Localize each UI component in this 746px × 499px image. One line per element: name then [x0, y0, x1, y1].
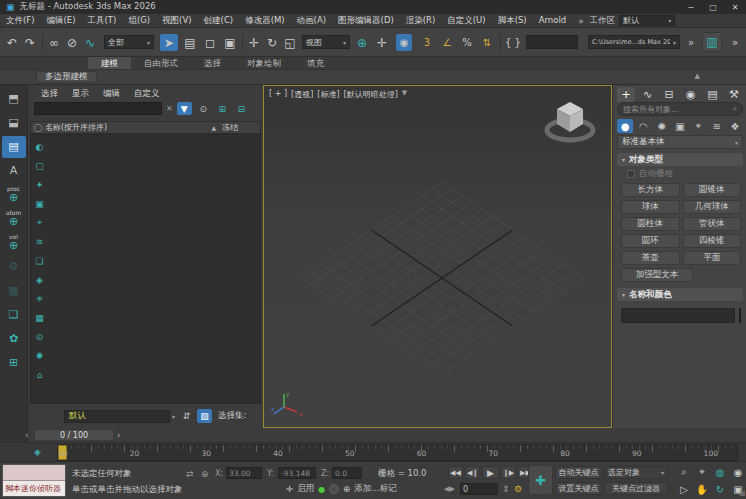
pan-icon[interactable]: ✋ — [694, 482, 710, 496]
current-frame-field[interactable] — [460, 483, 498, 495]
mini-listener-script-line[interactable]: 脚本迷你侦听器 — [3, 481, 65, 496]
select-object-button[interactable]: ➤ — [160, 34, 178, 51]
next-frame-icon[interactable]: › — [117, 430, 125, 440]
filter-funnel-button[interactable]: ▼ — [177, 102, 192, 115]
utilities-tab-icon[interactable]: ⚒ — [725, 87, 743, 102]
pin-icon[interactable]: ⊕ — [354, 34, 370, 51]
close-button[interactable]: ✕ — [724, 3, 746, 12]
geometry-category-icon[interactable]: ● — [617, 119, 633, 133]
previous-frame-button[interactable]: ◀❙ — [465, 466, 480, 479]
render-setup-button[interactable]: ▥ — [702, 32, 722, 52]
viewport-label-segment[interactable]: [标准] — [317, 89, 339, 100]
cameras-filter-icon[interactable]: ▣ — [32, 194, 47, 213]
primitive-type-dropdown[interactable]: 标准基本体 ▾ — [617, 135, 743, 149]
layer-explorer-toggle-icon[interactable]: ⬓ — [2, 112, 26, 134]
mini-listener-macro-line[interactable] — [3, 465, 65, 481]
materials-filter-icon[interactable]: ⊙ — [32, 327, 47, 346]
viewport-layout-icon[interactable]: ▤ — [2, 136, 26, 158]
helpers-filter-icon[interactable]: ⌖ — [32, 213, 47, 232]
render-overflow-icon[interactable]: » — [728, 34, 742, 51]
zoom-icon[interactable]: ⌕ — [676, 465, 692, 479]
disabled-tool-icon-1[interactable]: ⚙ — [2, 256, 26, 278]
xrefs-filter-icon[interactable]: ◈ — [32, 270, 47, 289]
ribbon-tab[interactable]: 对象绘制 — [234, 57, 294, 69]
key-settings-icon[interactable]: ⚙ — [514, 484, 522, 494]
explorer-search-input[interactable] — [34, 102, 162, 115]
shapes-category-icon[interactable]: ◠ — [635, 119, 651, 133]
ribbon-tab[interactable]: 填充 — [294, 57, 337, 69]
spacewarps-filter-icon[interactable]: ≋ — [32, 232, 47, 251]
viewport-label-segment[interactable]: [透视] — [291, 89, 313, 100]
pin-a-icon[interactable]: A — [2, 160, 26, 182]
explorer-menu-item[interactable]: 显示 — [65, 88, 96, 100]
menu-item[interactable]: 动画(A) — [291, 15, 332, 27]
zoom-extents-all-icon[interactable]: ◉ — [730, 465, 746, 479]
vol-plus-icon[interactable]: vol ⊕ — [2, 232, 26, 254]
workspace-dropdown[interactable]: 默认 ▾ — [619, 15, 675, 26]
primitive-button[interactable]: 圆柱体 — [621, 217, 680, 231]
menu-item[interactable]: 工具(T) — [82, 15, 123, 27]
zoom-extents-icon[interactable]: ◍ — [712, 465, 728, 479]
redo-button[interactable]: ↷ — [22, 34, 38, 51]
minimize-button[interactable]: ─ — [680, 3, 702, 12]
scene-explorer-toggle-icon[interactable]: ⬒ — [2, 88, 26, 110]
key-mode-toggle-icon[interactable]: ◀▶ — [444, 485, 455, 493]
move-button[interactable]: ✛ — [246, 34, 262, 51]
object-color-swatch[interactable] — [739, 308, 741, 323]
time-tag-icon[interactable]: ⊕ — [343, 484, 350, 494]
x-coord-field[interactable] — [226, 467, 262, 479]
lock-explorer-icon[interactable]: ⊙ — [196, 102, 211, 115]
grid-gear-icon[interactable]: ⊞ — [2, 352, 26, 374]
freeze-column-header[interactable]: 冻结 — [216, 122, 260, 133]
explorer-menu-item[interactable]: 自定义 — [127, 88, 167, 100]
explorer-menu-item[interactable]: 选择 — [34, 88, 65, 100]
transform-gizmo-icon[interactable]: ⊕ — [201, 469, 209, 479]
auto-key-button[interactable]: 自动关键点 — [555, 466, 602, 479]
set-key-button[interactable]: 设置关键点 — [555, 482, 602, 495]
play-button[interactable]: ▶ — [482, 466, 499, 479]
modify-tab-icon[interactable]: ∿ — [639, 87, 657, 102]
ribbon-tab[interactable]: 建模 — [88, 57, 131, 69]
bind-spacewarp-icon[interactable]: ∿ — [82, 34, 98, 51]
add-time-tag[interactable]: 添加…标记 — [354, 483, 397, 495]
autogrid-checkbox-row[interactable]: 自动栅格 — [627, 168, 673, 180]
explorer-object-list[interactable]: ◐▢✦▣⌖≋❏◈✳▦⊙✺⌂ — [30, 134, 261, 404]
fov-icon[interactable]: ▷ — [676, 482, 692, 496]
primitive-button[interactable]: 球体 — [621, 200, 680, 214]
name-column-header[interactable]: 名称(按升序排序) — [45, 122, 107, 133]
menu-item[interactable]: 组(G) — [122, 15, 156, 27]
stack-toggle-icon[interactable]: ⇵ — [179, 409, 194, 423]
menu-item[interactable]: 创建(C) — [198, 15, 240, 27]
clear-search-icon[interactable]: ✕ — [166, 104, 173, 113]
proc-plus-icon[interactable]: proc ⊕ — [2, 184, 26, 206]
viewport-label-segment[interactable]: [ + ] — [269, 89, 287, 100]
helpers-category-icon[interactable]: ⌖ — [690, 119, 706, 133]
status-dot-off-icon[interactable]: ◎ — [329, 484, 339, 494]
maxscript-mini-listener[interactable]: 脚本迷你侦听器 — [2, 464, 66, 497]
selection-lock-icon[interactable]: ⇄ — [186, 469, 194, 479]
explorer-menu-item[interactable]: 编辑 — [96, 88, 127, 100]
grid-view-toggle-icon[interactable]: ▧ — [197, 409, 212, 423]
shapes-filter-icon[interactable]: ▢ — [32, 156, 47, 175]
menu-item[interactable]: 脚本(S) — [492, 15, 533, 27]
primitive-button[interactable]: 四棱锥 — [683, 234, 742, 248]
app-icon[interactable]: ▣ — [6, 2, 15, 12]
primitive-button[interactable]: 圆环 — [621, 234, 680, 248]
viewport-filter-icon[interactable]: ▼ — [402, 89, 407, 100]
bones-filter-icon[interactable]: ✳ — [32, 289, 47, 308]
text-plus-button[interactable]: 加强型文本 — [621, 268, 693, 282]
edit-named-sets-button[interactable]: { } — [505, 34, 521, 51]
select-manipulate-button[interactable]: ◉ — [396, 34, 412, 51]
layers-stack-icon[interactable]: ❏ — [2, 304, 26, 326]
selection-filter-dropdown[interactable]: 全部 ▾ — [104, 35, 154, 49]
primitive-button[interactable]: 茶壶 — [621, 251, 680, 265]
primitive-button[interactable]: 几何球体 — [683, 200, 742, 214]
lights-filter-icon[interactable]: ✦ — [32, 175, 47, 194]
selection-preset-dropdown[interactable]: 默认 — [64, 410, 170, 423]
menu-item[interactable]: 文件(F) — [0, 15, 41, 27]
menu-item[interactable]: 渲染(R) — [400, 15, 442, 27]
spinner-snap-button[interactable]: ⇅ — [480, 34, 494, 51]
containers-filter-icon[interactable]: ▦ — [32, 308, 47, 327]
chevron-down-icon[interactable]: ▾ — [172, 413, 175, 420]
hierarchy-tab-icon[interactable]: ⊟ — [660, 87, 678, 102]
